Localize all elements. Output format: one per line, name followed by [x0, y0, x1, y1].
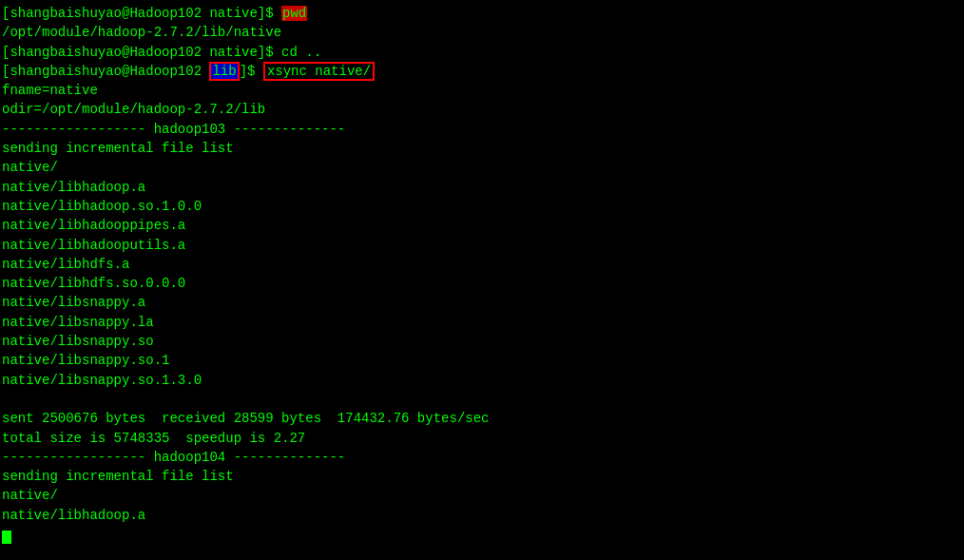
line-27: native/libhadoop.a	[2, 506, 962, 525]
line-23: total size is 5748335 speedup is 2.27	[2, 429, 962, 448]
line-16: native/libsnappy.a	[2, 293, 962, 312]
terminal: [shangbaishuyao@Hadoop102 native]$ pwd /…	[0, 0, 964, 560]
line-18: native/libsnappy.so	[2, 332, 962, 351]
line-5: fname=native	[2, 81, 962, 100]
line-4: [shangbaishuyao@Hadoop102 lib]$ xsync na…	[2, 62, 962, 81]
line-14: native/libhdfs.a	[2, 255, 962, 274]
pwd-highlight: pwd	[281, 6, 307, 21]
line-10: native/libhadoop.a	[2, 178, 962, 197]
cmd-highlight: xsync native/	[263, 62, 375, 81]
line-20: native/libsnappy.so.1.3.0	[2, 371, 962, 390]
line-3: [shangbaishuyao@Hadoop102 native]$ cd ..	[2, 43, 962, 62]
prompt-1: [shangbaishuyao@Hadoop102 native]$	[2, 6, 281, 21]
line-13: native/libhadooputils.a	[2, 236, 962, 255]
line-22: sent 2500676 bytes received 28599 bytes …	[2, 409, 962, 428]
line-24: ------------------ hadoop104 -----------…	[2, 448, 962, 467]
line-8: sending incremental file list	[2, 139, 962, 158]
line-17: native/libsnappy.la	[2, 313, 962, 332]
lib-highlight: lib	[209, 62, 239, 81]
line-19: native/libsnappy.so.1	[2, 351, 962, 370]
line-1: [shangbaishuyao@Hadoop102 native]$ pwd	[2, 4, 962, 23]
line-15: native/libhdfs.so.0.0.0	[2, 274, 962, 293]
line-12: native/libhadooppipes.a	[2, 216, 962, 235]
prompt-4b: ]$	[240, 64, 263, 79]
cursor	[2, 531, 11, 544]
line-28	[2, 525, 962, 544]
prompt-3: [shangbaishuyao@Hadoop102 native]$ cd ..	[2, 45, 321, 60]
line-6: odir=/opt/module/hadoop-2.7.2/lib	[2, 100, 962, 119]
line-26: native/	[2, 486, 962, 505]
line-21	[2, 390, 962, 409]
prompt-4a: [shangbaishuyao@Hadoop102	[2, 64, 209, 79]
line-25: sending incremental file list	[2, 467, 962, 486]
line-9: native/	[2, 158, 962, 177]
line-7: ------------------ hadoop103 -----------…	[2, 120, 962, 139]
line-2: /opt/module/hadoop-2.7.2/lib/native	[2, 23, 962, 42]
line-11: native/libhadoop.so.1.0.0	[2, 197, 962, 216]
